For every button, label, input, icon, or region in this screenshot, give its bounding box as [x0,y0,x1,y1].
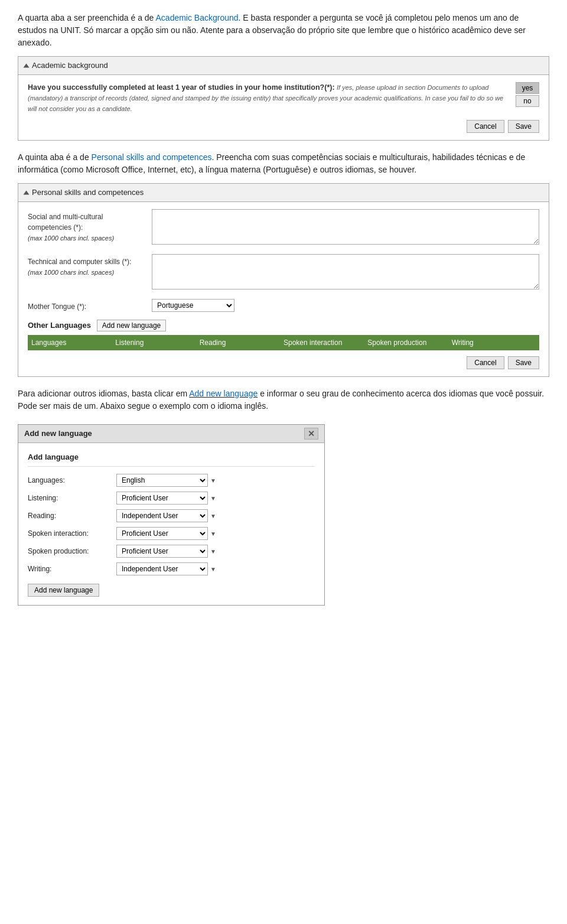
col-writing: Writing [452,337,536,348]
reading-chevron-icon: ▼ [210,512,216,520]
dialog-reading-field: Proficient UserIndependent UserBasic Use… [116,509,216,522]
intro-para3: Para adicionar outros idiomas, basta cli… [18,388,549,412]
col-languages: Languages [31,337,115,348]
dialog-languages-row: Languages: EnglishSpanishFrenchGermanIta… [28,474,315,487]
mother-tongue-label: Mother Tongue (*): [28,299,146,312]
dialog-add-new-language-button[interactable]: Add new language [28,584,99,597]
dialog-subtitle: Add language [28,451,315,467]
dialog-close-button[interactable]: ✕ [304,428,318,440]
mother-tongue-control: Portuguese [152,299,539,312]
col-reading: Reading [200,337,284,348]
dialog-reading-row: Reading: Proficient UserIndependent User… [28,509,315,522]
dialog-title: Add new language [24,428,92,440]
dialog-spoken-interaction-field: Proficient UserIndependent UserBasic Use… [116,527,216,540]
dialog-writing-field: Proficient UserIndependent UserBasic Use… [116,562,216,575]
personal-skills-box: Personal skills and competences Social a… [18,183,549,377]
other-languages-header: Other Languages Add new language [28,319,539,331]
technical-row: Technical and computer skills (*): (max … [28,254,539,293]
technical-input-container [152,254,539,293]
spoken-production-chevron-icon: ▼ [210,547,216,556]
spoken-interaction-chevron-icon: ▼ [210,529,216,538]
dialog-writing-label: Writing: [28,564,110,574]
social-textarea[interactable] [152,209,539,245]
mother-tongue-row: Mother Tongue (*): Portuguese [28,299,539,312]
academic-background-box: Academic background Have you successfull… [18,56,549,141]
dialog-languages-label: Languages: [28,475,110,486]
dialog-spoken-production-select[interactable]: Proficient UserIndependent UserBasic Use… [116,545,208,558]
academic-action-buttons: Cancel Save [28,120,539,133]
col-spoken-interaction: Spoken interaction [284,337,367,348]
technical-textarea[interactable] [152,254,539,289]
social-input-container [152,209,539,248]
writing-chevron-icon: ▼ [210,565,216,574]
yes-button[interactable]: yes [516,82,539,94]
add-language-dialog: Add new language ✕ Add language Language… [18,424,325,606]
collapse-icon [24,63,30,67]
academic-section-title: Academic background [32,60,108,71]
dialog-listening-select[interactable]: Proficient UserIndependent UserBasic Use… [116,492,208,505]
dialog-reading-label: Reading: [28,510,110,521]
dialog-spoken-production-label: Spoken production: [28,546,110,557]
intro-para2: A quinta aba é a de Personal skills and … [18,151,549,176]
personal-cancel-button[interactable]: Cancel [467,356,504,369]
academic-section-body: Have you successfully completed at least… [18,75,549,141]
dialog-listening-field: Proficient UserIndependent UserBasic Use… [116,492,216,505]
dialog-reading-select[interactable]: Proficient UserIndependent UserBasic Use… [116,509,208,522]
dialog-spoken-production-row: Spoken production: Proficient UserIndepe… [28,545,315,558]
add-language-button[interactable]: Add new language [97,320,166,331]
no-button[interactable]: no [516,95,539,107]
personal-save-button[interactable]: Save [508,356,539,369]
dialog-writing-select[interactable]: Proficient UserIndependent UserBasic Use… [116,562,208,575]
dialog-title-bar: Add new language ✕ [18,425,324,443]
col-spoken-production: Spoken production [367,337,451,348]
dialog-languages-field: EnglishSpanishFrenchGermanItalianPortugu… [116,474,216,487]
dialog-writing-row: Writing: Proficient UserIndependent User… [28,562,315,575]
personal-section-body: Social and multi-cultural competencies (… [18,202,549,376]
academic-background-link[interactable]: Academic Background [156,13,239,22]
dialog-spoken-interaction-row: Spoken interaction: Proficient UserIndep… [28,527,315,540]
social-row: Social and multi-cultural competencies (… [28,209,539,248]
dialog-languages-select[interactable]: EnglishSpanishFrenchGermanItalianPortugu… [116,474,208,487]
col-listening: Listening [115,337,199,348]
dialog-overlay: Add new language ✕ Add language Language… [18,424,549,606]
add-new-language-inline-link[interactable]: Add new language [189,389,258,398]
languages-table-header: Languages Listening Reading Spoken inter… [28,335,539,350]
personal-collapse-icon [24,191,30,195]
academic-section-header: Academic background [18,57,549,75]
personal-skills-link[interactable]: Personal skills and competences [92,152,212,162]
dialog-spoken-interaction-select[interactable]: Proficient UserIndependent UserBasic Use… [116,527,208,540]
personal-action-buttons: Cancel Save [28,356,539,369]
technical-label: Technical and computer skills (*): (max … [28,254,146,278]
social-label: Social and multi-cultural competencies (… [28,209,146,243]
academic-question-text: Have you successfully completed at least… [28,82,510,115]
dialog-listening-row: Listening: Proficient UserIndependent Us… [28,492,315,505]
mother-tongue-select[interactable]: Portuguese [152,299,234,312]
personal-section-title: Personal skills and competences [32,187,144,199]
dialog-spoken-production-field: Proficient UserIndependent UserBasic Use… [116,545,216,558]
dialog-body: Add language Languages: EnglishSpanishFr… [18,443,324,606]
intro-para1: A quarta aba a ser preenchida é a de Aca… [18,12,549,49]
listening-chevron-icon: ▼ [210,494,216,503]
academic-save-button[interactable]: Save [508,120,539,133]
personal-section-header: Personal skills and competences [18,184,549,202]
academic-cancel-button[interactable]: Cancel [467,120,504,133]
languages-chevron-icon: ▼ [210,476,216,485]
dialog-spoken-interaction-label: Spoken interaction: [28,528,110,539]
dialog-listening-label: Listening: [28,493,110,503]
yes-no-buttons: yes no [516,82,539,107]
academic-question-row: Have you successfully completed at least… [28,82,539,115]
